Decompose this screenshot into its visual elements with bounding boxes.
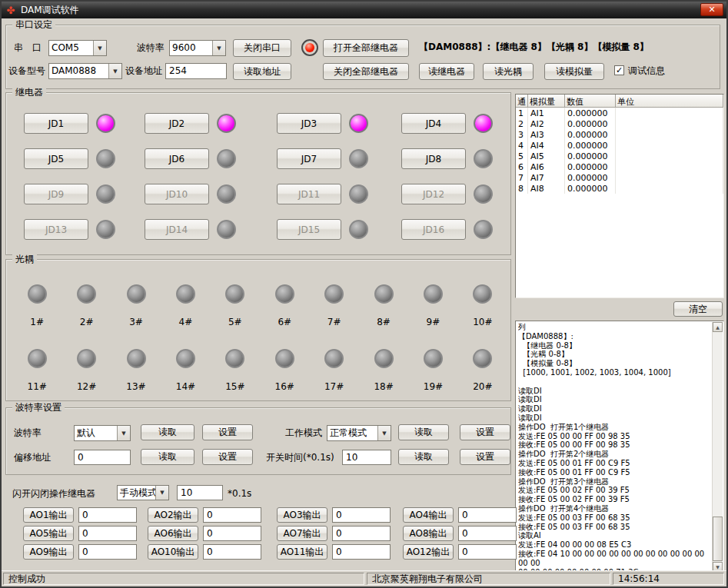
- read-addr-button[interactable]: 读取地址: [233, 63, 291, 80]
- chevron-down-icon[interactable]: [93, 41, 106, 55]
- chevron-down-icon[interactable]: [108, 64, 121, 78]
- ao2-value-input[interactable]: 0: [203, 507, 261, 523]
- workmode-select[interactable]: 正常模式: [327, 425, 391, 441]
- ao1-output-button[interactable]: AO1输出: [23, 507, 74, 523]
- flash-operate-label: 闪开闪闭操作继电器: [12, 488, 95, 500]
- ao11-value-input[interactable]: 0: [332, 544, 391, 560]
- baudrate-select[interactable]: 默认: [74, 425, 131, 441]
- ao1-value-input[interactable]: 0: [78, 507, 137, 523]
- addr-label: 设备地址: [125, 65, 162, 77]
- relay-button-jd3[interactable]: JD3: [277, 113, 341, 134]
- switch-time-input[interactable]: 10: [342, 450, 391, 465]
- switch-time-set-button[interactable]: 设置: [460, 449, 510, 465]
- relay-light-jd7: [349, 149, 368, 168]
- relay-light-jd13: [96, 220, 115, 239]
- opto-light: [28, 349, 47, 368]
- cell-name: AI6: [528, 161, 565, 172]
- debug-info-checkbox[interactable]: [614, 65, 624, 75]
- open-all-relays-button[interactable]: 打开全部继电器: [323, 39, 409, 57]
- relay-button-jd7[interactable]: JD7: [277, 148, 341, 169]
- workmode-set-button[interactable]: 设置: [460, 424, 510, 440]
- ao7-output-button[interactable]: AO7输出: [277, 526, 327, 541]
- offset-input[interactable]: 0: [74, 450, 131, 465]
- ao7-value-input[interactable]: 0: [332, 526, 391, 541]
- log-line: 发送:FE 05 00 03 FF 00 68 35: [518, 513, 710, 523]
- read-relay-button[interactable]: 读继电器: [419, 63, 474, 80]
- relay-light-jd9: [96, 184, 115, 204]
- ao3-output-button[interactable]: AO3输出: [277, 507, 327, 523]
- ao8-output-button[interactable]: AO8输出: [403, 526, 454, 541]
- port-status-light-core: [305, 43, 314, 52]
- analog-table: 通 模拟量 数值 单位 1 AI1 0.000000 2 AI2 0.00000…: [515, 94, 724, 298]
- ao3-value-input[interactable]: 0: [332, 507, 391, 523]
- cell-unit: [616, 161, 723, 172]
- cell-value: 0.000000: [565, 108, 616, 118]
- ao12-value-input[interactable]: 0: [458, 544, 517, 560]
- chevron-down-icon[interactable]: [155, 486, 168, 500]
- workmode-read-button[interactable]: 读取: [398, 424, 449, 440]
- scrollbar-thumb[interactable]: [713, 517, 723, 561]
- ao5-output-button[interactable]: AO5输出: [23, 526, 74, 541]
- relay-button-jd13[interactable]: JD13: [24, 219, 88, 240]
- relay-light-jd6: [217, 149, 236, 168]
- ao2-output-button[interactable]: AO2输出: [148, 507, 198, 523]
- chevron-down-icon[interactable]: [117, 426, 130, 440]
- relay-button-jd1[interactable]: JD1: [24, 113, 88, 134]
- ao4-output-button[interactable]: AO4输出: [403, 507, 454, 523]
- relay-button-jd10[interactable]: JD10: [145, 184, 209, 204]
- ao5-value-input[interactable]: 0: [78, 526, 137, 541]
- chevron-down-icon[interactable]: [212, 41, 225, 55]
- ao9-output-button[interactable]: AO9输出: [23, 544, 74, 560]
- opto-label: 16#: [275, 381, 294, 392]
- relay-button-jd14[interactable]: JD14: [145, 219, 209, 240]
- ao12-output-button[interactable]: AO12输出: [403, 544, 454, 560]
- opto-light: [176, 349, 195, 368]
- ao10-value-input[interactable]: 0: [203, 544, 261, 560]
- relay-button-jd6[interactable]: JD6: [145, 148, 209, 169]
- relay-button-jd15[interactable]: JD15: [277, 219, 341, 240]
- relay-button-jd12[interactable]: JD12: [401, 184, 466, 204]
- relay-button-jd11[interactable]: JD11: [277, 184, 341, 204]
- log-line: 操作DO 打开第1个继电器: [518, 423, 710, 432]
- chevron-down-icon[interactable]: [377, 426, 391, 440]
- offset-read-button[interactable]: 读取: [141, 449, 194, 465]
- baudrate-set-button[interactable]: 设置: [202, 424, 253, 440]
- offset-set-button[interactable]: 设置: [202, 449, 253, 465]
- ao6-output-button[interactable]: AO6输出: [148, 526, 198, 541]
- baudrate-read-button[interactable]: 读取: [141, 424, 194, 440]
- relay-light-jd4: [474, 114, 493, 133]
- close-button[interactable]: [700, 3, 723, 16]
- relay-button-jd8[interactable]: JD8: [401, 148, 466, 169]
- read-analog-button[interactable]: 读模拟量: [544, 63, 604, 80]
- baudrate-label: 波特率: [14, 427, 42, 439]
- relay-button-jd2[interactable]: JD2: [145, 113, 209, 134]
- clear-button[interactable]: 清空: [673, 301, 723, 317]
- model-select[interactable]: DAM0888: [48, 63, 122, 79]
- ao9-value-input[interactable]: 0: [78, 544, 137, 560]
- scroll-up-icon[interactable]: [713, 322, 723, 332]
- app-icon: [5, 4, 17, 16]
- baud-select[interactable]: 9600: [169, 40, 226, 56]
- port-select[interactable]: COM5: [48, 40, 107, 56]
- ao6-value-input[interactable]: 0: [203, 526, 261, 541]
- log-scrollbar[interactable]: [712, 322, 723, 572]
- relay-button-jd16[interactable]: JD16: [401, 219, 466, 240]
- ao11-output-button[interactable]: AO11输出: [277, 544, 327, 560]
- close-port-button[interactable]: 关闭串口: [233, 39, 291, 57]
- ao10-output-button[interactable]: AO10输出: [148, 544, 198, 560]
- read-opto-button[interactable]: 读光耦: [483, 63, 534, 80]
- relay-button-jd4[interactable]: JD4: [401, 113, 466, 134]
- cell-unit: [616, 151, 723, 161]
- relay-button-jd5[interactable]: JD5: [24, 148, 88, 169]
- relay-button-jd9[interactable]: JD9: [24, 184, 88, 204]
- addr-input[interactable]: 254: [165, 63, 227, 79]
- close-all-relays-button[interactable]: 关闭全部继电器: [323, 63, 409, 80]
- switch-time-read-button[interactable]: 读取: [398, 449, 449, 465]
- relay-light-jd10: [217, 184, 236, 204]
- flash-time-input[interactable]: 10: [177, 485, 223, 500]
- ao8-value-input[interactable]: 0: [458, 526, 517, 541]
- flash-mode-select[interactable]: 手动模式: [117, 485, 169, 500]
- cell-name: AI5: [528, 151, 565, 161]
- log-panel: 列 【DAM0888】: 【继电器 0-8】 【光耦 0-8】 【模拟量 0-8…: [515, 321, 724, 573]
- ao4-value-input[interactable]: 0: [458, 507, 517, 523]
